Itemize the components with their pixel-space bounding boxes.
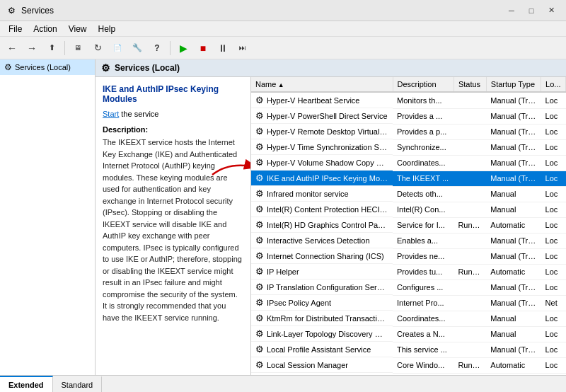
col-header-log[interactable]: Lo... bbox=[541, 77, 566, 92]
detail-pane: IKE and AuthIP IPsec Keying Modules Star… bbox=[96, 77, 251, 375]
cell-startup: Manual (Trig... bbox=[486, 233, 541, 248]
table-row[interactable]: ⚙IPsec Policy AgentInternet Pro...Manual… bbox=[251, 295, 566, 311]
sidebar-item-services-local[interactable]: ⚙ Services (Local) bbox=[0, 59, 95, 75]
sidebar: ⚙ Services (Local) bbox=[0, 59, 96, 375]
table-row[interactable]: ⚙Interactive Services DetectionEnables a… bbox=[251, 233, 566, 248]
sidebar-item-label: Services (Local) bbox=[15, 63, 71, 71]
window-controls: ─ □ ✕ bbox=[502, 4, 560, 18]
cell-name: ⚙Link-Layer Topology Discovery Ma... bbox=[251, 326, 393, 342]
cell-description: Coordinates... bbox=[393, 155, 454, 171]
col-header-startup[interactable]: Startup Type bbox=[486, 77, 541, 92]
cell-status: Running bbox=[454, 264, 486, 279]
table-row[interactable]: ⚙Local Profile Assistant ServiceThis ser… bbox=[251, 342, 566, 357]
menu-help[interactable]: Help bbox=[93, 23, 122, 35]
resume-button[interactable]: ⏭ bbox=[233, 40, 252, 57]
properties-button[interactable]: 🔧 bbox=[128, 40, 146, 57]
cell-description: Coordinates... bbox=[393, 311, 454, 326]
tab-extended[interactable]: Extended bbox=[0, 376, 53, 392]
cell-status bbox=[454, 342, 486, 357]
table-row[interactable]: ⚙Link-Layer Topology Discovery Ma...Crea… bbox=[251, 326, 566, 342]
cell-startup: Automatic bbox=[486, 264, 541, 279]
cell-status bbox=[454, 108, 486, 124]
table-row[interactable]: ⚙Intel(R) HD Graphics Control Panel...Se… bbox=[251, 217, 566, 233]
service-icon: ⚙ bbox=[255, 219, 264, 230]
table-row[interactable]: ⚙Hyper-V Time Synchronization Ser...Sync… bbox=[251, 139, 566, 155]
cell-log: Loc bbox=[541, 92, 566, 108]
content-header-label: Services (Local) bbox=[115, 63, 180, 73]
cell-description: Intel(R) Con... bbox=[393, 202, 454, 217]
tab-standard[interactable]: Standard bbox=[53, 376, 103, 392]
cell-startup: Manual (Trig... bbox=[486, 295, 541, 311]
stop-button[interactable]: ■ bbox=[194, 40, 212, 57]
col-header-description[interactable]: Description bbox=[393, 77, 454, 92]
content-header-icon: ⚙ bbox=[101, 62, 110, 74]
cell-description: Enables a... bbox=[393, 233, 454, 248]
start-service-link[interactable]: Start bbox=[103, 110, 119, 118]
service-icon: ⚙ bbox=[255, 110, 264, 121]
table-row[interactable]: ⚙IKE and AuthIP IPsec Keying Modu...The … bbox=[251, 171, 566, 186]
cell-status bbox=[454, 171, 486, 186]
table-row[interactable]: ⚙Intel(R) Content Protection HECI S...In… bbox=[251, 202, 566, 217]
cell-status bbox=[454, 233, 486, 248]
cell-startup: Manual bbox=[486, 311, 541, 326]
menu-file[interactable]: File bbox=[3, 23, 28, 35]
cell-status: Running bbox=[454, 357, 486, 373]
export-button[interactable]: 📄 bbox=[108, 40, 127, 57]
maximize-button[interactable]: □ bbox=[522, 4, 541, 18]
help-button[interactable]: ? bbox=[148, 40, 166, 57]
table-row[interactable]: ⚙Hyper-V Heartbeat ServiceMonitors th...… bbox=[251, 92, 566, 108]
close-button[interactable]: ✕ bbox=[542, 4, 560, 18]
cell-log: Loc bbox=[541, 202, 566, 217]
table-row[interactable]: ⚙MessagingService_33ff8Service sup...Man… bbox=[251, 373, 566, 375]
back-button[interactable]: ← bbox=[3, 40, 21, 57]
detail-action-area: Start the service bbox=[103, 110, 243, 118]
up-button[interactable]: ⬆ bbox=[42, 40, 61, 57]
col-header-status[interactable]: Status bbox=[454, 77, 486, 92]
content-header: ⚙ Services (Local) bbox=[96, 59, 566, 77]
cell-log: Loc bbox=[541, 326, 566, 342]
cell-log: Loc bbox=[541, 357, 566, 373]
table-row[interactable]: ⚙IP HelperProvides tu...RunningAutomatic… bbox=[251, 264, 566, 279]
cell-description: The IKEEXT ... bbox=[393, 171, 454, 186]
cell-description: Provides ne... bbox=[393, 248, 454, 264]
table-pane[interactable]: Name Description Status Startup Type Lo.… bbox=[251, 77, 566, 375]
cell-log: Loc bbox=[541, 124, 566, 139]
table-row[interactable]: ⚙Hyper-V PowerShell Direct ServiceProvid… bbox=[251, 108, 566, 124]
cell-description: Provides a ... bbox=[393, 108, 454, 124]
pause-button[interactable]: ⏸ bbox=[214, 40, 232, 57]
toolbar-separator-2 bbox=[170, 41, 171, 55]
cell-name: ⚙Intel(R) Content Protection HECI S... bbox=[251, 202, 393, 217]
table-row[interactable]: ⚙Internet Connection Sharing (ICS)Provid… bbox=[251, 248, 566, 264]
cell-name: ⚙Hyper-V Volume Shadow Copy Re... bbox=[251, 155, 393, 171]
table-row[interactable]: ⚙Hyper-V Volume Shadow Copy Re...Coordin… bbox=[251, 155, 566, 171]
cell-status bbox=[454, 202, 486, 217]
cell-log: Loc bbox=[541, 155, 566, 171]
menu-view[interactable]: View bbox=[63, 23, 93, 35]
table-row[interactable]: ⚙Hyper-V Remote Desktop Virtualiz...Prov… bbox=[251, 124, 566, 139]
cell-log: Loc bbox=[541, 139, 566, 155]
forward-button[interactable]: → bbox=[23, 40, 41, 57]
service-icon: ⚙ bbox=[255, 250, 264, 261]
cell-log: Loc bbox=[541, 264, 566, 279]
show-console-button[interactable]: 🖥 bbox=[69, 40, 87, 57]
table-row[interactable]: ⚙KtmRm for Distributed Transaction...Coo… bbox=[251, 311, 566, 326]
table-row[interactable]: ⚙Infrared monitor serviceDetects oth...M… bbox=[251, 186, 566, 202]
service-icon: ⚙ bbox=[255, 126, 264, 137]
play-button[interactable]: ▶ bbox=[174, 40, 192, 57]
cell-name: ⚙IP Helper bbox=[251, 264, 393, 279]
col-header-name[interactable]: Name bbox=[251, 77, 393, 92]
table-row[interactable]: ⚙IP Translation Configuration ServiceCon… bbox=[251, 279, 566, 295]
cell-log: Loc bbox=[541, 373, 566, 375]
table-row[interactable]: ⚙Local Session ManagerCore Windo...Runni… bbox=[251, 357, 566, 373]
menu-action[interactable]: Action bbox=[28, 23, 62, 35]
refresh-button[interactable]: ↻ bbox=[88, 40, 107, 57]
cell-description: Synchronize... bbox=[393, 139, 454, 155]
minimize-button[interactable]: ─ bbox=[502, 4, 521, 18]
status-bar: Extended Standard bbox=[0, 375, 566, 392]
toolbar-separator-1 bbox=[64, 41, 65, 55]
service-icon: ⚙ bbox=[255, 188, 264, 199]
cell-description: Detects oth... bbox=[393, 186, 454, 202]
service-icon: ⚙ bbox=[255, 95, 264, 105]
cell-status bbox=[454, 139, 486, 155]
app-icon: ⚙ bbox=[6, 5, 17, 16]
